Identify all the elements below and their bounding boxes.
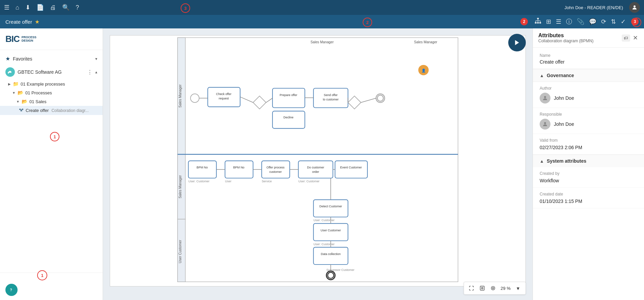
- svg-rect-51: [188, 161, 216, 178]
- diagram-canvas[interactable]: Sales Manager Sales Manager User Custome…: [110, 35, 526, 286]
- svg-rect-4: [539, 22, 541, 23]
- comment-icon[interactable]: 💬: [588, 17, 598, 27]
- svg-text:Do customer: Do customer: [307, 166, 324, 169]
- system-attributes-chevron-icon: ▲: [540, 159, 544, 164]
- list-icon[interactable]: ☰: [555, 17, 563, 27]
- sidebar-item-favorites[interactable]: ★ Favorites ▾: [0, 53, 103, 65]
- fit-screen-button[interactable]: [467, 283, 476, 293]
- svg-text:User: Customer: User: Customer: [299, 180, 320, 183]
- svg-rect-1: [537, 18, 539, 19]
- responsible-person-row: John Doe: [540, 119, 637, 130]
- logo-area: BIC PROCESS DESIGN: [0, 28, 103, 50]
- info-icon[interactable]: ⓘ: [565, 16, 573, 27]
- tree-item-sales[interactable]: ▼ 📂 01 Sales: [0, 97, 103, 106]
- help-icon[interactable]: ?: [76, 4, 79, 11]
- play-button[interactable]: [508, 34, 526, 51]
- collapse-arrow-icon: ▼: [12, 91, 16, 95]
- history-icon[interactable]: ⟳: [600, 17, 608, 27]
- system-attributes-section-header[interactable]: ▲ System attributes: [533, 155, 644, 167]
- svg-point-89: [491, 286, 495, 290]
- name-value: Create offer: [540, 59, 637, 65]
- favorite-star-icon[interactable]: ★: [35, 19, 40, 25]
- org-more-icon[interactable]: ⋮: [87, 69, 93, 75]
- toolbar-icons: ⊞ ☰ ⓘ 📎 💬 ⟳ ⇅ ✓: [533, 16, 627, 27]
- download-icon[interactable]: ⬇: [25, 4, 30, 11]
- svg-rect-58: [299, 161, 333, 178]
- panel-content: Name Create offer ▲ Governance Author Jo…: [533, 48, 644, 300]
- tree-label-extra: Collaboration diagr...: [51, 108, 88, 113]
- tag-button[interactable]: 🏷: [622, 34, 630, 42]
- tree-item-example-processes[interactable]: ▶ 📁 01 Example processes: [0, 79, 103, 88]
- annotation-circle-3a: 3: [181, 3, 190, 13]
- chevron-down-icon: ▾: [95, 56, 97, 61]
- document-icon[interactable]: 📄: [36, 4, 44, 11]
- svg-point-91: [544, 122, 546, 124]
- svg-marker-86: [515, 40, 519, 45]
- check-icon[interactable]: ✓: [619, 17, 627, 27]
- svg-rect-64: [335, 161, 367, 178]
- grid-icon[interactable]: ⊞: [545, 17, 552, 27]
- folder-icon: 📁: [13, 81, 19, 87]
- search-icon[interactable]: 🔍: [62, 4, 70, 11]
- tree-label-create-offer: Create offer: [26, 108, 49, 113]
- diagram-icon: [19, 108, 24, 113]
- tree-item-create-offer[interactable]: Create offer Collaboration diagr...: [0, 106, 103, 115]
- svg-rect-12: [21, 110, 22, 111]
- svg-rect-3: [537, 22, 539, 23]
- svg-text:Prepare offer: Prepare offer: [280, 93, 297, 97]
- print-icon[interactable]: 🖨: [50, 4, 56, 11]
- main-layout: BIC PROCESS DESIGN ★ Favorites ▾ GBTEC S…: [0, 28, 644, 300]
- logo-subtitle: PROCESS DESIGN: [22, 36, 36, 43]
- responsible-avatar: [540, 119, 550, 130]
- close-panel-button[interactable]: ✕: [632, 33, 639, 42]
- annotation-circle-3b: 3: [632, 18, 641, 27]
- help-badge[interactable]: ?: [5, 284, 18, 296]
- svg-text:request: request: [219, 97, 229, 100]
- logo-bic: BIC: [5, 34, 20, 44]
- svg-text:User: User: [225, 180, 231, 183]
- tree-label: 01 Processes: [25, 90, 52, 95]
- home-icon[interactable]: ⌂: [16, 4, 19, 11]
- system-attributes-title: System attributes: [547, 158, 586, 164]
- org-chart-icon[interactable]: [533, 16, 543, 27]
- svg-text:Decline: Decline: [283, 116, 293, 119]
- zoom-controls: 29 % ▾: [464, 282, 526, 295]
- sidebar-org[interactable]: GBTEC Software AG ⋮ ▴: [0, 65, 103, 79]
- filter-icon[interactable]: ⇅: [610, 17, 617, 27]
- star-icon: ★: [5, 55, 10, 62]
- fit-content-button[interactable]: [478, 283, 487, 293]
- svg-rect-67: [313, 200, 348, 217]
- created-date-row: Created date 01/10/2023 1:15 PM: [533, 188, 644, 208]
- svg-text:order: order: [312, 170, 319, 174]
- svg-rect-11: [22, 109, 23, 110]
- favorites-label: Favorites: [13, 56, 93, 62]
- folder-open-icon: 📂: [22, 99, 27, 104]
- tree-item-processes[interactable]: ▼ 📂 01 Processes: [0, 88, 103, 97]
- governance-section-header[interactable]: ▲ Governance: [533, 69, 644, 82]
- author-name: John Doe: [554, 95, 574, 101]
- svg-text:customer: customer: [269, 170, 282, 174]
- collapse-arrow-icon: ▼: [16, 100, 20, 103]
- governance-chevron-icon: ▲: [540, 73, 544, 78]
- svg-text:Event Customer: Event Customer: [340, 166, 362, 169]
- svg-rect-32: [273, 88, 305, 108]
- annotation-circle-2: 2: [363, 18, 372, 27]
- valid-from-label: Valid from: [540, 138, 637, 143]
- diagram-type-label: Collaboration diagram (BPMN): [538, 39, 593, 43]
- chevron-up-icon[interactable]: ▴: [95, 70, 97, 74]
- author-person-row: John Doe: [540, 93, 637, 103]
- valid-from-value: 02/27/2023 2:06 PM: [540, 145, 637, 150]
- avatar[interactable]: [629, 2, 640, 13]
- author-label: Author: [540, 86, 637, 91]
- svg-text:User: Customer: User: Customer: [313, 218, 335, 222]
- svg-text:👤: 👤: [421, 68, 426, 73]
- attachment-icon[interactable]: 📎: [575, 17, 586, 27]
- org-cloud-icon: [5, 67, 15, 77]
- svg-text:Sales Manager: Sales Manager: [310, 40, 334, 44]
- hamburger-icon[interactable]: ☰: [4, 4, 9, 11]
- svg-text:Successor Customer: Successor Customer: [327, 268, 355, 272]
- zoom-level: 29 %: [499, 286, 512, 291]
- panel-header: Attributes Collaboration diagram (BPMN) …: [533, 28, 644, 48]
- center-button[interactable]: [488, 283, 498, 293]
- zoom-dropdown-button[interactable]: ▾: [513, 283, 523, 293]
